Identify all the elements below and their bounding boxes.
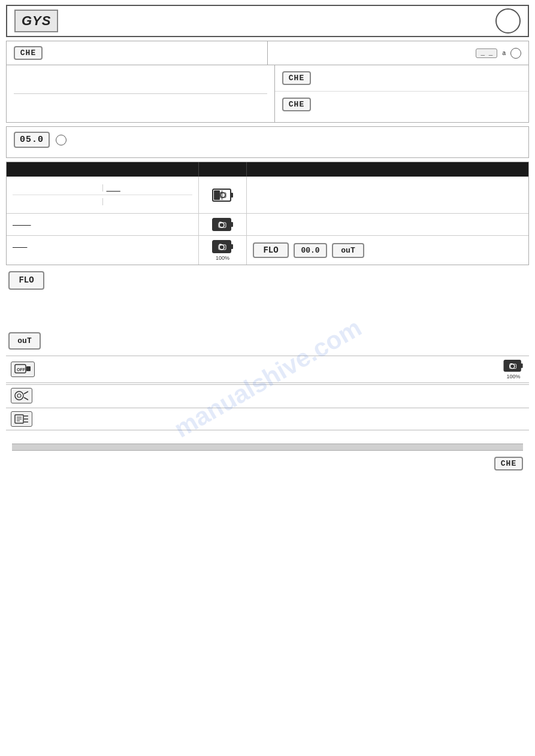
- svg-line-27: [24, 391, 28, 394]
- svg-rect-20: [504, 360, 521, 371]
- table-row-3: 100% FLO 00.0 ouT: [7, 236, 528, 265]
- che-body-right-row1: CHE: [275, 65, 528, 92]
- table-row1-multirow: [13, 181, 192, 208]
- icons-row2-text: [38, 392, 40, 399]
- table-row1-sub-left1: [13, 184, 103, 192]
- svg-point-26: [17, 394, 21, 397]
- bottom-para2: [12, 467, 488, 478]
- 050-badge: 05.0: [14, 132, 50, 148]
- svg-rect-6: [220, 192, 223, 193]
- svg-text:OFF: OFF: [17, 368, 26, 372]
- flo-desc-area: FLO ouT: [6, 269, 529, 352]
- table-col3-header: [247, 162, 528, 177]
- che-body-left: [7, 65, 275, 122]
- svg-rect-7: [213, 218, 231, 230]
- battery-partial-wrapper: [212, 188, 234, 202]
- table-header: [7, 162, 528, 177]
- che-body-left-text: [14, 70, 267, 80]
- battery-100-svg-row1: [503, 359, 524, 372]
- out-badge-desc: ouT: [8, 332, 41, 350]
- desc-para3: [8, 319, 527, 330]
- svg-rect-16: [219, 244, 222, 245]
- battery-partial-icon: [212, 188, 234, 202]
- svg-rect-13: [231, 244, 233, 249]
- battery-100-wrapper: 100%: [212, 239, 234, 261]
- battery-100-icon: [212, 239, 234, 254]
- battery-100-label-row1: 100%: [506, 374, 520, 379]
- icon3-svg: [14, 414, 29, 424]
- table-row1-col3-text: [253, 192, 255, 199]
- icons-row3-text: [38, 415, 40, 423]
- table-row1-subrow2: [13, 195, 192, 208]
- che-header-left: CHE: [7, 41, 268, 65]
- flo-badge-desc: FLO: [8, 271, 44, 290]
- table-row1-subrow1: [13, 181, 192, 195]
- bottom-content: CHE: [6, 452, 529, 482]
- icon-badge-3: [11, 411, 32, 427]
- che-badge-row1: CHE: [282, 71, 311, 85]
- svg-rect-11: [219, 222, 222, 223]
- table-row3-col3: FLO 00.0 ouT: [247, 236, 528, 265]
- che-body-right-row2: CHE: [275, 92, 528, 117]
- che-badge-bottom: CHE: [494, 457, 523, 470]
- che-body-left-text3: [14, 98, 267, 108]
- table-col1-header: [7, 162, 199, 177]
- table-row3-col1-underline: [13, 241, 27, 248]
- out-badge-row: ouT: [8, 332, 527, 350]
- table-row2-col1: [7, 214, 199, 235]
- flo-desc-text: [50, 275, 52, 286]
- table-row-1: [7, 177, 528, 214]
- bottom-para1: [12, 457, 488, 467]
- section-050-header: 05.0: [14, 132, 521, 148]
- off-icon-badge: OFF: [11, 362, 35, 377]
- out-badge-table: ouT: [332, 243, 364, 258]
- che-badge-main: CHE: [14, 46, 43, 60]
- table-row1-sub-left2: [13, 198, 103, 205]
- svg-rect-3: [221, 190, 223, 200]
- bottom-right: CHE: [494, 457, 523, 470]
- bottom-left-text: [12, 457, 488, 478]
- bottom-footer-text: [6, 482, 529, 521]
- svg-rect-12: [213, 241, 231, 253]
- table-row1-col3: [247, 177, 528, 213]
- 050-circle: [56, 135, 67, 145]
- che-header-right: _ _ a: [268, 41, 528, 65]
- table-row1-sub-underline1: [107, 184, 120, 192]
- table-row1-col2: [199, 177, 247, 213]
- svg-point-25: [15, 391, 23, 400]
- desc-para1: [8, 293, 527, 304]
- svg-rect-8: [231, 222, 233, 227]
- table-row-2: [7, 214, 528, 236]
- che-badge-row2: CHE: [282, 98, 311, 111]
- battery-full-wrapper: [212, 217, 234, 232]
- table-row3-col2: 100%: [199, 236, 247, 265]
- section-050: 05.0: [6, 126, 529, 158]
- table-row3-col1: [7, 236, 199, 265]
- che-body: CHE CHE: [7, 65, 528, 122]
- che-right-badge: _ _: [476, 48, 497, 58]
- spacer1: [0, 432, 535, 439]
- table-row2-col3-text: [253, 221, 255, 228]
- table-row1-col1: [7, 177, 199, 213]
- bottom-footer-para3: [11, 508, 524, 518]
- icons-row-2: [6, 384, 529, 406]
- che-body-left-text2: [14, 80, 267, 90]
- off-icon-inner: OFF: [14, 363, 31, 376]
- che-body-left-text4: [14, 108, 267, 118]
- icons-row-1: OFF 100%: [6, 356, 529, 383]
- icons-row-3: [6, 408, 529, 430]
- battery-full-icon: [212, 217, 234, 232]
- table-row2-col1-underline: [13, 218, 31, 226]
- header-circle: [495, 8, 521, 34]
- svg-rect-21: [521, 364, 523, 368]
- desc-para2: [8, 306, 527, 317]
- main-table: 100% FLO 00.0 ouT: [6, 162, 529, 265]
- bottom-grey-header: [12, 444, 523, 451]
- table-row1-sub-right1: [103, 184, 193, 192]
- page-header: GYS: [6, 5, 529, 37]
- bottom-footer-para1: [11, 486, 524, 497]
- flo-badge-row: FLO: [8, 271, 527, 290]
- icon2-svg: [14, 390, 29, 401]
- bottom-section: CHE: [6, 444, 529, 521]
- table-row2-col3: [247, 214, 528, 235]
